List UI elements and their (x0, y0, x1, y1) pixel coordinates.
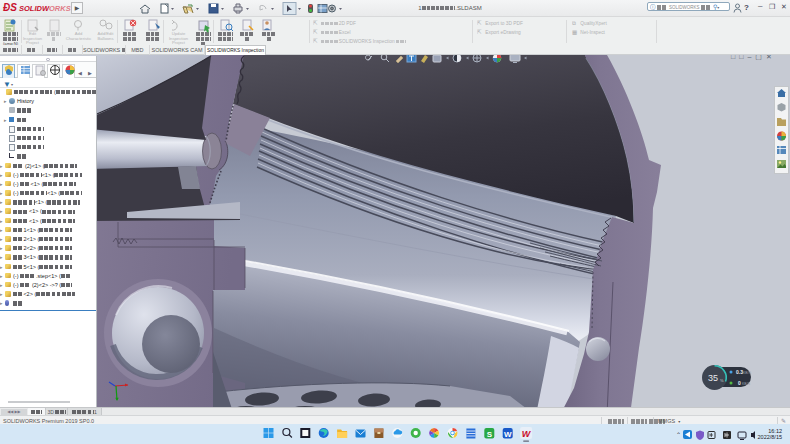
svg-text:S: S (487, 430, 493, 439)
svg-text:W: W (504, 430, 512, 439)
svg-text:W: W (522, 429, 532, 439)
svg-text:KB/S: KB/S (743, 371, 752, 375)
svg-text:%: % (720, 378, 724, 383)
svg-text:KB/S: KB/S (742, 382, 751, 386)
svg-text:0: 0 (738, 380, 741, 386)
svg-text:35: 35 (708, 373, 718, 383)
